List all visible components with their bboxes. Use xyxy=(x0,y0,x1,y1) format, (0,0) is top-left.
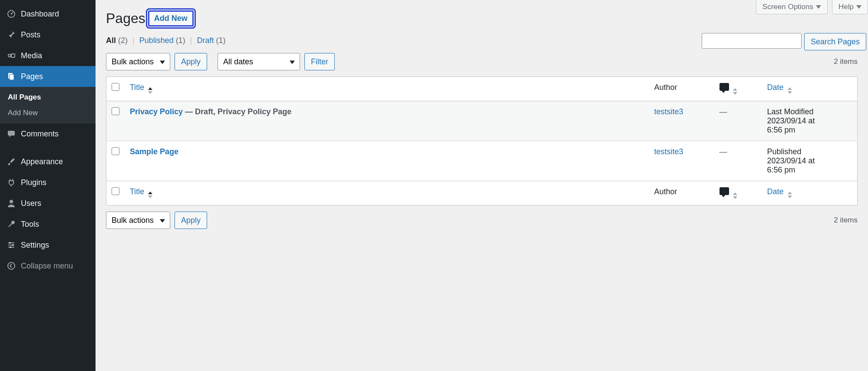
col-title-footer[interactable]: Title xyxy=(125,181,649,205)
submenu-all-pages[interactable]: All Pages xyxy=(0,89,96,105)
pin-icon xyxy=(6,30,17,40)
sidebar-item-label: Plugins xyxy=(21,178,46,187)
select-all-checkbox-bottom[interactable] xyxy=(112,187,119,195)
bulk-actions-select[interactable]: Bulk actions xyxy=(106,53,170,70)
dashboard-icon xyxy=(6,9,17,19)
svg-rect-9 xyxy=(12,244,13,246)
svg-rect-6 xyxy=(8,131,15,136)
collapse-label: Collapse menu xyxy=(21,262,73,271)
add-new-button[interactable]: Add New xyxy=(148,10,194,26)
screen-options-label: Screen Options xyxy=(762,3,813,11)
sort-icon xyxy=(788,192,792,198)
table-row: Privacy Policy — Draft, Privacy Policy P… xyxy=(106,101,858,141)
date-cell: Last Modified 2023/09/14 at 6:56 pm xyxy=(762,101,858,141)
date-filter-select[interactable]: All dates xyxy=(218,53,300,70)
screen-options-button[interactable]: Screen Options xyxy=(756,0,828,14)
main-content: Screen Options Help Pages Add New Search… xyxy=(96,0,868,371)
sidebar-item-media[interactable]: Media xyxy=(0,45,96,66)
pages-submenu: All Pages Add New xyxy=(0,87,96,123)
sort-icon xyxy=(733,88,737,95)
sidebar-item-posts[interactable]: Posts xyxy=(0,24,96,45)
svg-rect-8 xyxy=(9,242,10,244)
svg-point-2 xyxy=(8,54,11,57)
col-title-header[interactable]: Title xyxy=(125,77,649,101)
svg-rect-10 xyxy=(10,246,11,248)
sort-icon xyxy=(788,87,792,94)
page-title: Pages xyxy=(106,10,145,26)
sliders-icon xyxy=(6,240,17,250)
filter-published[interactable]: Published (1) xyxy=(139,36,188,45)
select-all-checkbox[interactable] xyxy=(112,83,119,91)
caret-down-icon xyxy=(856,5,861,9)
sidebar-item-tools[interactable]: Tools xyxy=(0,214,96,235)
apply-button-bottom[interactable]: Apply xyxy=(175,212,207,229)
col-author-header: Author xyxy=(649,77,714,101)
sort-icon xyxy=(148,192,152,198)
row-title-link[interactable]: Sample Page xyxy=(130,147,178,156)
comments-count: — xyxy=(719,147,727,156)
sidebar-item-label: Comments xyxy=(21,129,59,139)
collapse-icon xyxy=(6,261,17,271)
author-link[interactable]: testsite3 xyxy=(654,147,683,156)
svg-rect-5 xyxy=(10,74,14,80)
wrench-icon xyxy=(6,219,17,229)
svg-rect-3 xyxy=(11,54,15,57)
search-input[interactable] xyxy=(702,33,802,49)
sidebar-item-dashboard[interactable]: Dashboard xyxy=(0,3,96,24)
sidebar-item-plugins[interactable]: Plugins xyxy=(0,172,96,193)
col-date-header[interactable]: Date xyxy=(762,77,858,101)
comments-count: — xyxy=(719,107,727,116)
sidebar-item-label: Users xyxy=(21,199,41,208)
sidebar-item-appearance[interactable]: Appearance xyxy=(0,151,96,172)
sidebar-item-label: Posts xyxy=(21,30,40,40)
filter-draft[interactable]: Draft (1) xyxy=(197,36,226,45)
bulk-actions-select-bottom[interactable]: Bulk actions xyxy=(106,212,170,229)
author-link[interactable]: testsite3 xyxy=(654,107,683,116)
sidebar-item-settings[interactable]: Settings xyxy=(0,235,96,255)
help-label: Help xyxy=(838,3,854,11)
pages-table: Title Author Date xyxy=(106,76,858,205)
sidebar-item-comments[interactable]: Comments xyxy=(0,123,96,144)
items-count-bottom: 2 items xyxy=(834,216,858,225)
media-icon xyxy=(6,50,17,61)
comment-bubble-icon xyxy=(719,187,729,195)
user-icon xyxy=(6,198,17,209)
apply-button[interactable]: Apply xyxy=(175,53,207,70)
col-comments-header[interactable] xyxy=(714,77,762,101)
filter-button[interactable]: Filter xyxy=(304,53,335,70)
search-pages-button[interactable]: Search Pages xyxy=(804,33,866,50)
plug-icon xyxy=(6,177,17,188)
svg-point-7 xyxy=(10,200,13,203)
filter-all[interactable]: All (2) xyxy=(106,36,130,45)
row-checkbox[interactable] xyxy=(112,107,119,115)
row-title-link[interactable]: Privacy Policy xyxy=(130,107,183,116)
svg-point-11 xyxy=(8,262,15,269)
admin-sidebar: Dashboard Posts Media Pages All Pages Ad… xyxy=(0,0,96,371)
sidebar-item-label: Settings xyxy=(21,241,49,250)
brush-icon xyxy=(6,156,17,167)
col-date-footer[interactable]: Date xyxy=(762,181,858,205)
comment-bubble-icon xyxy=(719,83,729,91)
sidebar-item-label: Dashboard xyxy=(21,10,59,19)
top-right-controls: Screen Options Help xyxy=(756,0,868,14)
sort-icon xyxy=(733,192,737,199)
sidebar-item-users[interactable]: Users xyxy=(0,193,96,214)
col-author-footer: Author xyxy=(649,181,714,205)
svg-point-1 xyxy=(11,13,12,15)
table-row: Sample Page testsite3 — Published 2023/0… xyxy=(106,141,858,181)
help-button[interactable]: Help xyxy=(832,0,868,14)
post-state: — Draft, Privacy Policy Page xyxy=(185,107,291,116)
items-count: 2 items xyxy=(834,57,858,66)
pages-icon xyxy=(6,71,17,82)
col-comments-footer[interactable] xyxy=(714,181,762,205)
submenu-add-new[interactable]: Add New xyxy=(0,105,96,121)
caret-down-icon xyxy=(816,5,821,9)
sidebar-item-pages[interactable]: Pages xyxy=(0,66,96,87)
sidebar-item-label: Appearance xyxy=(21,157,63,166)
comment-icon xyxy=(6,129,17,139)
sort-icon xyxy=(148,87,152,94)
sidebar-item-label: Tools xyxy=(21,220,39,229)
date-cell: Published 2023/09/14 at 6:56 pm xyxy=(762,141,858,181)
row-checkbox[interactable] xyxy=(112,147,119,155)
collapse-menu[interactable]: Collapse menu xyxy=(0,255,96,276)
